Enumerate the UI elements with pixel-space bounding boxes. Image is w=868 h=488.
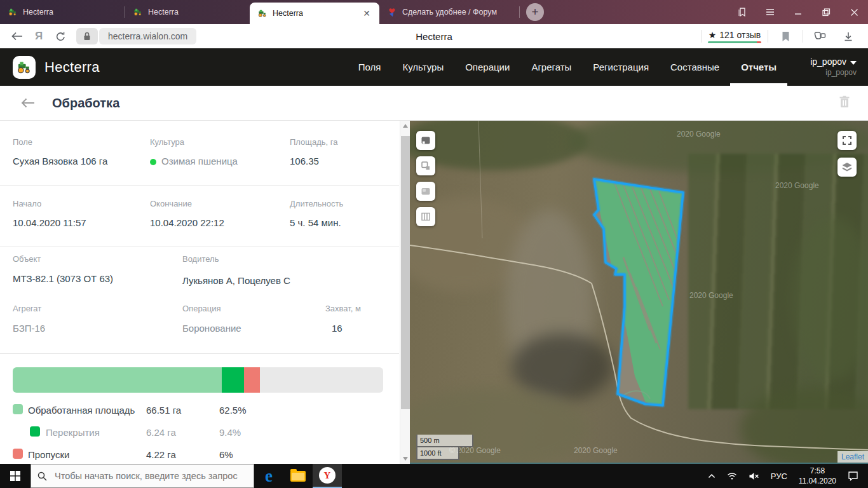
app-logo[interactable]: [13, 56, 36, 79]
tab-close-icon[interactable]: ✕: [362, 8, 372, 19]
app-header: Hecterra Поля Культуры Операции Агрегаты…: [0, 48, 868, 86]
nav-fields[interactable]: Поля: [348, 48, 392, 86]
scale-metric: 500 m: [416, 435, 473, 447]
browser-tab-4[interactable]: Сделать удобнее / Форум: [379, 0, 519, 24]
area-label: Площадь, га: [290, 137, 338, 147]
language-indicator[interactable]: РУС: [768, 464, 790, 488]
speaker-mute-icon: [749, 472, 759, 480]
maximize-button[interactable]: [812, 0, 840, 24]
operation-label: Операция: [182, 304, 221, 313]
search-input[interactable]: [53, 470, 240, 482]
show-coverage-button[interactable]: [416, 182, 435, 201]
nav-implements[interactable]: Агрегаты: [520, 48, 582, 86]
menu-icon[interactable]: [756, 0, 784, 24]
field-boundary-line: [478, 121, 482, 238]
tray-time: 7:58: [799, 466, 836, 476]
tab-label: Hecterra: [148, 8, 179, 17]
show-overlaps-button[interactable]: [416, 156, 435, 175]
collections-icon[interactable]: [810, 27, 831, 46]
layers-button[interactable]: [837, 158, 857, 177]
yandex-logo[interactable]: Я: [28, 27, 50, 46]
chevron-down-icon: [850, 61, 857, 65]
close-button[interactable]: [840, 0, 868, 24]
map-attribution[interactable]: Leaflet: [837, 451, 868, 463]
new-tab-button[interactable]: +: [526, 3, 544, 21]
coverage-bar-segment-rest: [260, 367, 383, 393]
nav-composite[interactable]: Составные: [660, 48, 730, 86]
culture-value: Озимая пшеница: [150, 156, 238, 166]
culture-dot-icon: [150, 159, 156, 165]
clock[interactable]: 7:58 11.04.2020: [796, 464, 839, 488]
legend-label: Обработанная площадь: [28, 405, 135, 416]
field-label: Поле: [13, 137, 32, 147]
treatment-details-panel: Поле Культура Площадь, га Сухая Вязовка …: [0, 121, 410, 464]
google-watermark: 2020 Google: [677, 130, 721, 139]
show-rows-button[interactable]: [416, 207, 435, 226]
scroll-up-button[interactable]: [400, 121, 410, 131]
tractor-favicon-icon: [257, 8, 268, 18]
map[interactable]: 2020 Google 2020 Google 2020 Google © 20…: [410, 121, 868, 464]
minimize-button[interactable]: [784, 0, 812, 24]
scroll-down-button[interactable]: [400, 454, 410, 464]
trash-icon: [839, 95, 850, 108]
nav-cultures[interactable]: Культуры: [391, 48, 454, 86]
layers-icon: [841, 162, 853, 172]
google-watermark: 2020 Google: [689, 291, 733, 300]
panel-scrollbar[interactable]: [400, 121, 410, 464]
implement-value: БЗП-16: [13, 323, 45, 334]
legend-swatch: [13, 404, 23, 414]
address-bar[interactable]: hecterra.wialon.com: [76, 28, 196, 44]
browser-tab-1[interactable]: Hecterra: [0, 0, 125, 24]
nav-registration[interactable]: Регистрация: [582, 48, 660, 86]
tab-label: Hecterra: [273, 9, 303, 18]
refresh-button[interactable]: [50, 27, 71, 46]
chevron-up-icon: [708, 473, 715, 478]
start-button[interactable]: [0, 464, 31, 488]
volume-muted-indicator[interactable]: [745, 464, 763, 488]
width-label: Захват, м: [325, 304, 361, 313]
legend-row-treated: Обработанная площадь 66.51 га 62.5%: [0, 404, 399, 417]
bookmark-icon[interactable]: [775, 27, 796, 46]
browser-tab-2[interactable]: Hecterra: [125, 0, 250, 24]
tab-label: Сделать удобнее / Форум: [402, 8, 497, 17]
legend-area: 4.22 га: [146, 449, 176, 460]
back-arrow[interactable]: [20, 97, 36, 109]
lock-icon[interactable]: [76, 28, 98, 44]
back-button[interactable]: [6, 27, 28, 46]
overlap-shapes-icon: [421, 161, 431, 171]
nav-reports[interactable]: Отчеты: [730, 48, 787, 86]
folder-icon: [290, 471, 306, 482]
culture-label: Культура: [150, 137, 184, 147]
user-menu[interactable]: ip_popov ip_popov: [810, 57, 857, 78]
taskbar-search[interactable]: [31, 464, 254, 488]
edge-taskbar-icon[interactable]: e: [254, 464, 283, 488]
scrollbar-thumb[interactable]: [401, 136, 410, 409]
download-icon[interactable]: [837, 27, 859, 46]
wifi-icon: [727, 471, 737, 480]
reviews-widget[interactable]: ★ 121 отзыв: [708, 30, 761, 43]
page-title: Обработка: [52, 96, 119, 111]
rating-bar: [708, 41, 761, 43]
url-text: hecterra.wialon.com: [108, 31, 187, 41]
page-header: Обработка: [0, 86, 868, 121]
yandex-browser-taskbar-icon[interactable]: Y: [313, 464, 342, 488]
tray-expand-button[interactable]: [705, 464, 719, 488]
delete-button[interactable]: [839, 95, 850, 111]
browser-toolbar: Я hecterra.wialon.com Hecterra ★ 121 отз…: [0, 24, 868, 49]
nav-operations[interactable]: Операции: [454, 48, 520, 86]
scale-imperial: 1000 ft: [416, 447, 459, 460]
duration-label: Длительность: [290, 199, 343, 208]
legend-label: Перекрытия: [46, 427, 100, 438]
google-watermark: 2020 Google: [574, 446, 618, 455]
browser-tab-active[interactable]: Hecterra ✕: [250, 3, 379, 24]
bookmarks-icon[interactable]: [728, 0, 756, 24]
feedback-favicon-icon: [387, 7, 397, 17]
show-field-fill-button[interactable]: [416, 131, 435, 150]
unit-value: МТЗ-82.1 (3073 ОТ 63): [13, 273, 113, 284]
action-center-button[interactable]: [844, 464, 862, 488]
start-label: Начало: [13, 199, 41, 208]
explorer-taskbar-icon[interactable]: [283, 464, 313, 488]
field-value: Сухая Вязовка 106 га: [13, 156, 107, 166]
fullscreen-button[interactable]: [837, 131, 857, 150]
wifi-indicator[interactable]: [724, 464, 740, 488]
